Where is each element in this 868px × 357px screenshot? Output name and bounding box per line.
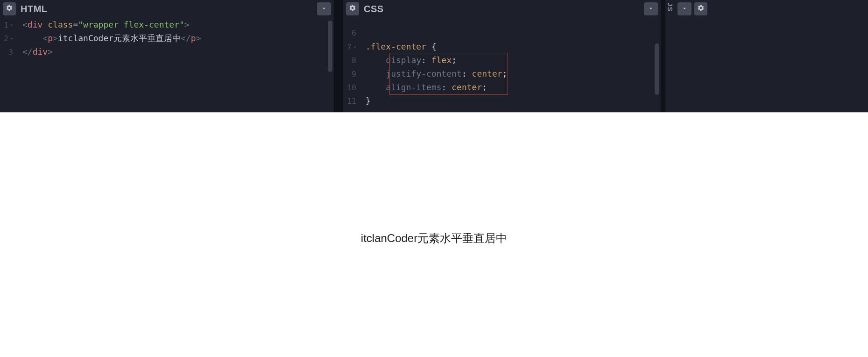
line-number: 3 <box>0 45 18 59</box>
js-panel-label: JS <box>666 3 674 12</box>
gear-icon <box>349 4 356 14</box>
css-collapse-button[interactable] <box>644 2 658 15</box>
line-number: 1▾ <box>0 18 18 32</box>
scrollbar[interactable] <box>655 43 659 95</box>
js-settings-button[interactable] <box>694 2 707 15</box>
js-panel-collapsed[interactable]: JS <box>665 0 675 112</box>
line-number: 8 <box>343 54 361 67</box>
html-panel: HTML 1▾ <div class="wrapper flex-center"… <box>0 0 334 112</box>
gear-icon <box>697 4 705 14</box>
line-number: 6 <box>343 26 361 40</box>
preview-text: itclanCoder元素水平垂直居中 <box>361 231 507 246</box>
code-text: <p>itclanCoder元素水平垂直居中</p> <box>18 31 201 45</box>
code-text: </div> <box>18 45 53 58</box>
chevron-down-icon <box>321 5 327 14</box>
code-text: justify-content: center; <box>361 67 507 80</box>
gear-icon <box>6 4 13 14</box>
html-editor[interactable]: 1▾ <div class="wrapper flex-center"> 2▾ … <box>0 18 334 112</box>
editor-panels-row: HTML 1▾ <div class="wrapper flex-center"… <box>0 0 868 112</box>
code-text: display: flex; <box>361 53 457 67</box>
html-settings-button[interactable] <box>3 2 16 15</box>
code-text: <div class="wrapper flex-center"> <box>18 18 190 31</box>
code-text: } <box>361 94 371 107</box>
code-text: .flex-center { <box>361 40 437 53</box>
html-collapse-button[interactable] <box>317 2 331 15</box>
chevron-down-icon <box>681 5 688 14</box>
line-number: 11 <box>343 94 361 108</box>
html-panel-title: HTML <box>21 4 48 14</box>
panel-divider[interactable] <box>0 112 868 120</box>
css-panel-title: CSS <box>364 4 384 14</box>
html-panel-header: HTML <box>0 0 334 18</box>
css-editor[interactable]: 6 7▾ .flex-center { 8 display: flex; 9 j… <box>343 18 661 112</box>
js-expand-button[interactable] <box>677 2 692 15</box>
line-number: 2▾ <box>0 32 18 45</box>
css-panel-header: CSS <box>343 0 661 18</box>
line-number: 9 <box>343 67 361 81</box>
line-number: 7▾ <box>343 40 361 54</box>
css-panel: CSS 6 7▾ .flex-center { 8 <box>343 0 661 112</box>
code-text: align-items: center; <box>361 80 487 94</box>
right-controls <box>675 0 868 112</box>
css-settings-button[interactable] <box>346 2 359 15</box>
chevron-down-icon <box>648 5 654 14</box>
preview-pane: itclanCoder元素水平垂直居中 <box>0 120 868 357</box>
scrollbar[interactable] <box>328 21 332 72</box>
line-number: 10 <box>343 81 361 94</box>
